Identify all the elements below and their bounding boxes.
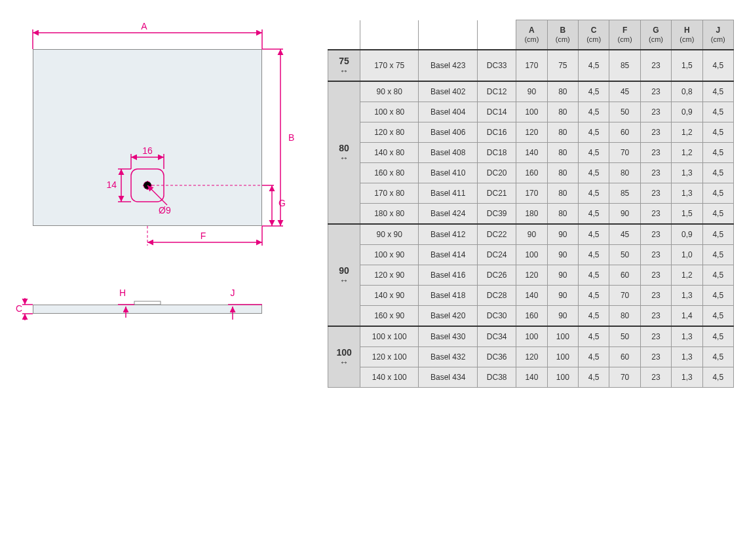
J-cell: 4,5 — [702, 122, 733, 143]
table-row: 100↔100 x 100Basel 430DC341001004,550231… — [328, 326, 734, 347]
B-cell: 90 — [547, 286, 578, 306]
code-cell: DC16 — [478, 122, 516, 143]
C-cell: 4,5 — [579, 306, 609, 327]
model-cell: Basel 416 — [419, 265, 478, 286]
G-cell: 23 — [640, 102, 671, 122]
B-cell: 75 — [547, 50, 578, 81]
B-cell: 90 — [547, 306, 578, 327]
H-cell: 1,3 — [672, 326, 702, 347]
G-cell: 23 — [640, 204, 671, 225]
J-cell: 4,5 — [702, 367, 733, 388]
J-cell: 4,5 — [702, 224, 733, 245]
H-cell: 1,3 — [672, 183, 702, 204]
B-cell: 80 — [547, 81, 578, 102]
C-cell: 4,5 — [579, 367, 609, 388]
H-cell: 1,3 — [672, 367, 702, 388]
model-cell: Basel 432 — [419, 347, 478, 367]
table-row: 120 x 100Basel 432DC361201004,560231,34,… — [328, 347, 734, 367]
H-cell: 1,4 — [672, 306, 702, 327]
table-body: 75↔170 x 75Basel 423DC33170754,585231,54… — [328, 50, 734, 388]
size-cell: 140 x 90 — [360, 286, 419, 306]
size-cell: 160 x 80 — [360, 163, 419, 183]
G-cell: 23 — [640, 163, 671, 183]
C-cell: 4,5 — [579, 265, 609, 286]
table-row: 100 x 90Basel 414DC24100904,550231,04,5 — [328, 245, 734, 265]
code-cell: DC38 — [478, 367, 516, 388]
header-G: G(cm) — [640, 20, 671, 50]
top-view-annotations: A B G F — [13, 20, 301, 262]
A-cell: 90 — [516, 224, 547, 245]
code-cell: DC33 — [478, 50, 516, 81]
B-cell: 80 — [547, 163, 578, 183]
header-J: J(cm) — [702, 20, 733, 50]
G-cell: 23 — [640, 245, 671, 265]
H-cell: 0,9 — [672, 102, 702, 122]
H-cell: 1,2 — [672, 143, 702, 163]
code-cell: DC24 — [478, 245, 516, 265]
model-cell: Basel 408 — [419, 143, 478, 163]
J-cell: 4,5 — [702, 265, 733, 286]
header-blank-code — [478, 20, 516, 50]
size-cell: 120 x 80 — [360, 122, 419, 143]
size-cell: 160 x 90 — [360, 306, 419, 327]
model-cell: Basel 420 — [419, 306, 478, 327]
C-cell: 4,5 — [579, 183, 609, 204]
side-view: C H J — [13, 282, 288, 334]
G-cell: 23 — [640, 50, 671, 81]
code-cell: DC14 — [478, 102, 516, 122]
size-cell: 100 x 100 — [360, 326, 419, 347]
code-cell: DC20 — [478, 163, 516, 183]
B-cell: 90 — [547, 224, 578, 245]
code-cell: DC36 — [478, 347, 516, 367]
J-cell: 4,5 — [702, 143, 733, 163]
dimension-diagram: A B G F — [13, 20, 288, 388]
C-cell: 4,5 — [579, 122, 609, 143]
size-cell: 90 x 80 — [360, 81, 419, 102]
J-cell: 4,5 — [702, 306, 733, 327]
table-row: 180 x 80Basel 424DC39180804,590231,54,5 — [328, 204, 734, 225]
F-cell: 45 — [609, 81, 640, 102]
code-cell: DC39 — [478, 204, 516, 225]
F-cell: 60 — [609, 122, 640, 143]
C-cell: 4,5 — [579, 245, 609, 265]
table-row: 120 x 90Basel 416DC26120904,560231,24,5 — [328, 265, 734, 286]
header-blank-group — [328, 20, 360, 50]
C-cell: 4,5 — [579, 102, 609, 122]
table-row: 80↔90 x 80Basel 402DC1290804,545230,84,5 — [328, 81, 734, 102]
G-cell: 23 — [640, 265, 671, 286]
A-cell: 170 — [516, 50, 547, 81]
size-cell: 100 x 80 — [360, 102, 419, 122]
C-cell: 4,5 — [579, 204, 609, 225]
J-cell: 4,5 — [702, 204, 733, 225]
A-cell: 140 — [516, 367, 547, 388]
table-row: 160 x 80Basel 410DC20160804,580231,34,5 — [328, 163, 734, 183]
code-cell: DC30 — [478, 306, 516, 327]
table-header: A(cm) B(cm) C(cm) F(cm) G(cm) H(cm) J(cm… — [328, 20, 734, 50]
J-cell: 4,5 — [702, 286, 733, 306]
model-cell: Basel 402 — [419, 81, 478, 102]
G-cell: 23 — [640, 367, 671, 388]
H-cell: 1,5 — [672, 204, 702, 225]
table-row: 140 x 100Basel 434DC381401004,570231,34,… — [328, 367, 734, 388]
C-cell: 4,5 — [579, 81, 609, 102]
A-cell: 100 — [516, 102, 547, 122]
B-cell: 90 — [547, 245, 578, 265]
C-cell: 4,5 — [579, 347, 609, 367]
A-cell: 160 — [516, 163, 547, 183]
A-cell: 120 — [516, 347, 547, 367]
C-cell: 4,5 — [579, 224, 609, 245]
F-cell: 85 — [609, 183, 640, 204]
dim-label-H: H — [119, 288, 126, 298]
F-cell: 90 — [609, 204, 640, 225]
header-F: F(cm) — [609, 20, 640, 50]
group-cell: 80↔ — [328, 81, 360, 224]
table-row: 170 x 80Basel 411DC21170804,585231,34,5 — [328, 183, 734, 204]
size-cell: 120 x 100 — [360, 347, 419, 367]
code-cell: DC12 — [478, 81, 516, 102]
J-cell: 4,5 — [702, 102, 733, 122]
model-cell: Basel 410 — [419, 163, 478, 183]
code-cell: DC26 — [478, 265, 516, 286]
svg-rect-27 — [134, 301, 161, 305]
dim-label-A: A — [141, 21, 147, 31]
G-cell: 23 — [640, 224, 671, 245]
